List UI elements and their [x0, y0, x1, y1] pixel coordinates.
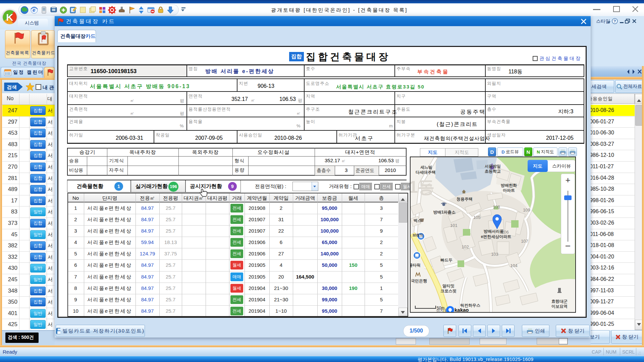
- svg-text:104: 104: [510, 263, 518, 268]
- svg-text:브랜드: 브랜드: [413, 233, 424, 237]
- svg-text:서울방일: 서울방일: [485, 164, 501, 169]
- svg-text:세느빌: 세느빌: [420, 165, 432, 170]
- svg-text:105: 105: [473, 215, 481, 220]
- svg-text:방배한화: 방배한화: [501, 183, 517, 188]
- svg-text:풀타워: 풀타워: [411, 263, 421, 267]
- svg-text:다세대주택: 다세대주택: [416, 170, 436, 175]
- svg-text:109: 109: [523, 207, 530, 213]
- svg-text:방배1파출소: 방배1파출소: [433, 210, 456, 215]
- svg-text:크로스핏: 크로스핏: [440, 289, 457, 293]
- svg-text:103: 103: [491, 252, 498, 257]
- svg-text:50m: 50m: [437, 306, 444, 310]
- svg-text:아파트: 아파트: [503, 188, 515, 193]
- svg-text:국민은행: 국민은행: [411, 279, 427, 283]
- svg-text:102: 102: [462, 244, 469, 249]
- svg-text:K: K: [6, 12, 13, 23]
- svg-text:e편한세상아파트: e편한세상아파트: [481, 234, 512, 239]
- svg-text:108: 108: [493, 204, 500, 209]
- svg-text:kakao: kakao: [454, 307, 469, 312]
- svg-text:얼티밋: 얼티밋: [442, 284, 454, 288]
- svg-text:효령대군: 효령대군: [551, 299, 568, 304]
- svg-text:1동: 1동: [411, 178, 435, 196]
- svg-text:101: 101: [450, 223, 458, 228]
- svg-text:빠드두: 빠드두: [440, 258, 452, 262]
- svg-text:?: ?: [614, 19, 616, 23]
- svg-text:청용주택: 청용주택: [457, 197, 473, 201]
- svg-text:벅스: 벅스: [414, 218, 422, 223]
- svg-text:검색: 검색: [7, 84, 17, 90]
- svg-text:초등학교: 초등학교: [485, 169, 501, 174]
- svg-text:107: 107: [521, 239, 528, 244]
- svg-text:방배서리풀: 방배서리풀: [484, 229, 504, 234]
- svg-text:이보묘역: 이보묘역: [551, 304, 568, 309]
- svg-text:106: 106: [501, 230, 509, 235]
